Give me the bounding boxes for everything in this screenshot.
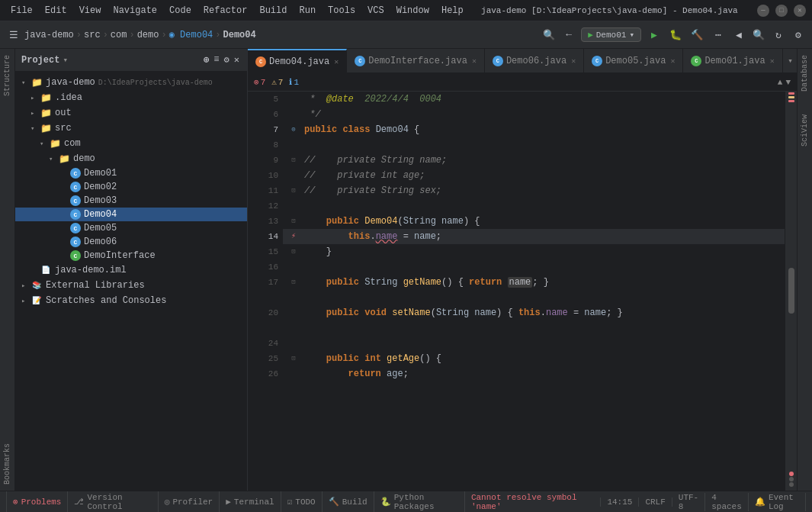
tree-item-Demo03[interactable]: ▸ C Demo03 <box>15 194 247 208</box>
tab-close-Demo06[interactable]: ✕ <box>571 56 576 66</box>
status-problems[interactable]: ⊗ Problems <box>6 491 68 512</box>
fold-icon[interactable]: ⊡ <box>291 244 295 259</box>
toolbar-search-icon[interactable]: 🔍 <box>541 27 557 43</box>
tree-item-external-libs[interactable]: ▸ 📚 External Libraries <box>15 278 247 293</box>
code-line-9[interactable]: ⊡ // private String name; <box>283 153 785 168</box>
toolbar-nav-prev[interactable]: ◀ <box>731 27 746 43</box>
nav-up-button[interactable]: ▲ <box>778 78 783 87</box>
menu-run[interactable]: Run <box>294 4 320 18</box>
toolbar-search2-icon[interactable]: 🔍 <box>751 27 766 43</box>
minimize-button[interactable]: ─ <box>757 5 769 17</box>
tree-item-Demo04[interactable]: ▸ C Demo04 <box>15 208 247 221</box>
info-count[interactable]: ℹ 1 <box>289 77 299 87</box>
maximize-button[interactable]: □ <box>775 5 788 17</box>
menu-help[interactable]: Help <box>437 4 468 18</box>
fold-icon[interactable]: ⊡ <box>291 214 295 229</box>
code-line-15[interactable]: ⊡ } <box>283 244 785 259</box>
breadcrumb-com[interactable]: com <box>111 30 127 40</box>
status-indent[interactable]: 4 spaces <box>705 493 749 511</box>
tree-item-out[interactable]: ▸ 📁 out <box>15 105 247 121</box>
tab-DemoInterface[interactable]: C DemoInterface.java ✕ <box>347 49 485 73</box>
code-editor[interactable]: 5 6 7 8 9 10 11 12 13 14 15 16 17 20 24 … <box>248 92 797 491</box>
fold-icon[interactable]: ⊙ <box>291 122 295 137</box>
status-position[interactable]: 14:15 <box>600 498 639 507</box>
nav-down-button[interactable]: ▼ <box>785 78 791 87</box>
tree-item-src[interactable]: ▾ 📁 src <box>15 121 247 136</box>
tree-item-iml[interactable]: ▸ 📄 java-demo.iml <box>15 262 247 278</box>
tab-Demo06[interactable]: C Demo06.java ✕ <box>485 49 584 73</box>
status-todo[interactable]: ☑ TODO <box>281 491 323 512</box>
bookmarks-tab[interactable]: Bookmarks <box>2 440 13 488</box>
tree-item-Demo02[interactable]: ▸ C Demo02 <box>15 180 247 194</box>
sidebar-collapse-icon[interactable]: ≡ <box>212 53 220 67</box>
code-line-25[interactable]: ⊡ public int getAge() { <box>283 351 785 366</box>
menu-vcs[interactable]: VCS <box>363 4 389 18</box>
warning-count[interactable]: ⚠ 7 <box>271 77 283 87</box>
sidebar-close-icon[interactable]: ✕ <box>233 53 241 67</box>
status-version-control[interactable]: ⎇ Version Control <box>68 491 158 512</box>
tree-item-Demo01[interactable]: ▸ C Demo01 <box>15 166 247 180</box>
code-line-24[interactable] <box>283 336 785 351</box>
tree-item-Demo05[interactable]: ▸ C Demo05 <box>15 221 247 235</box>
status-python-packages[interactable]: 🐍 Python Packages <box>374 491 465 512</box>
code-line-16[interactable] <box>283 259 785 275</box>
status-encoding[interactable]: UTF-8 <box>672 493 705 511</box>
close-button[interactable]: ✕ <box>794 5 806 17</box>
tree-item-DemoInterface[interactable]: ▸ C DemoInterface <box>15 249 247 262</box>
sciview-tab[interactable]: SciView <box>799 111 810 150</box>
status-terminal[interactable]: ▶ Terminal <box>220 491 281 512</box>
structure-tab[interactable]: Structure <box>2 52 13 99</box>
fold-icon[interactable]: ⊡ <box>291 153 295 168</box>
scroll-thumb[interactable] <box>788 268 794 314</box>
code-line-10[interactable]: // private int age; <box>283 168 785 183</box>
breadcrumb-demo[interactable]: demo <box>137 30 159 40</box>
code-line-12[interactable] <box>283 198 785 214</box>
tab-close-Demo01[interactable]: ✕ <box>770 56 775 66</box>
fold-icon[interactable]: ⊡ <box>291 183 295 198</box>
tree-item-idea[interactable]: ▸ 📁 .idea <box>15 90 247 105</box>
tab-Demo01[interactable]: C Demo01.java ✕ <box>683 49 782 73</box>
code-line-11[interactable]: ⊡ // private String sex; <box>283 183 785 198</box>
tab-Demo04[interactable]: C Demo04.java ✕ <box>248 49 347 73</box>
scrollbar-panel[interactable] <box>785 92 797 491</box>
code-line-20[interactable]: public void setName(String name) { this.… <box>283 305 785 320</box>
breadcrumb-src[interactable]: src <box>84 30 101 40</box>
build-button[interactable]: 🔨 <box>688 27 705 43</box>
more-run-button[interactable]: ⋯ <box>710 27 727 43</box>
breadcrumb-java-demo[interactable]: java-demo <box>24 30 74 40</box>
status-line-sep[interactable]: CRLF <box>639 498 672 507</box>
tab-Demo05[interactable]: C Demo05.java ✕ <box>584 49 683 73</box>
menu-window[interactable]: Window <box>392 4 434 18</box>
tab-close-DemoInterface[interactable]: ✕ <box>472 56 477 66</box>
tab-close-Demo04[interactable]: ✕ <box>334 57 339 66</box>
menu-navigate[interactable]: Navigate <box>108 4 162 18</box>
sidebar-locate-icon[interactable]: ⊕ <box>202 53 210 67</box>
status-build[interactable]: 🔨 Build <box>323 491 374 512</box>
menu-tools[interactable]: Tools <box>323 4 360 18</box>
status-event-log[interactable]: 🔔 Event Log <box>749 493 806 511</box>
tree-item-com[interactable]: ▾ 📁 com <box>15 136 247 151</box>
tree-item-Demo06[interactable]: ▸ C Demo06 <box>15 235 247 249</box>
menu-edit[interactable]: Edit <box>40 4 72 18</box>
menu-refactor[interactable]: Refactor <box>199 4 252 18</box>
fold-icon[interactable]: ⊡ <box>291 351 295 366</box>
sidebar-settings-icon[interactable]: ⚙ <box>223 53 231 67</box>
database-tab[interactable]: Database <box>799 52 810 95</box>
tree-item-java-demo[interactable]: ▾ 📁 java-demo D:\IdeaProjects\java-demo <box>15 75 247 90</box>
code-line-6[interactable]: */ <box>283 107 785 122</box>
run-button[interactable]: ▶ <box>646 27 663 43</box>
debug-button[interactable]: 🐛 <box>667 27 684 43</box>
toolbar-project-icon[interactable]: ☰ <box>6 27 21 43</box>
menu-code[interactable]: Code <box>165 4 196 18</box>
code-line-17[interactable]: ⊡ public String getName() { return name;… <box>283 275 785 290</box>
menu-build[interactable]: Build <box>255 4 291 18</box>
tree-item-scratches[interactable]: ▸ 📝 Scratches and Consoles <box>15 293 247 308</box>
project-dropdown-icon[interactable]: ▾ <box>63 55 68 65</box>
code-line-14[interactable]: ⚡ this.name = name; <box>283 229 785 244</box>
code-content[interactable]: * @date 2022/4/4 0004 */ ⊙ public class … <box>283 92 785 491</box>
toolbar-settings-icon[interactable]: ⚙ <box>791 27 806 43</box>
toolbar-update-icon[interactable]: ↻ <box>771 27 786 43</box>
code-line-21[interactable] <box>283 320 785 336</box>
menu-view[interactable]: View <box>75 4 106 18</box>
code-line-13[interactable]: ⊡ public Demo04(String name) { <box>283 214 785 229</box>
